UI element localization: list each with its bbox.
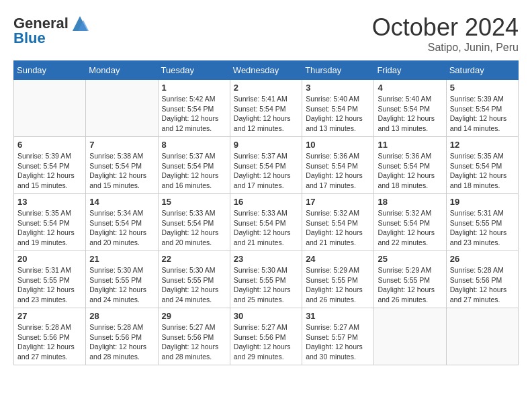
calendar-cell: 17Sunrise: 5:32 AM Sunset: 5:54 PM Dayli… [302, 194, 374, 251]
day-info: Sunrise: 5:30 AM Sunset: 5:55 PM Dayligh… [89, 265, 154, 305]
calendar-cell: 6Sunrise: 5:39 AM Sunset: 5:54 PM Daylig… [14, 137, 86, 194]
calendar-cell: 1Sunrise: 5:42 AM Sunset: 5:54 PM Daylig… [158, 80, 230, 137]
day-info: Sunrise: 5:36 AM Sunset: 5:54 PM Dayligh… [306, 151, 370, 191]
header-friday: Friday [374, 61, 446, 80]
calendar-cell [14, 80, 86, 137]
day-number: 17 [306, 197, 370, 207]
calendar-cell: 10Sunrise: 5:36 AM Sunset: 5:54 PM Dayli… [302, 137, 374, 194]
day-info: Sunrise: 5:28 AM Sunset: 5:56 PM Dayligh… [89, 322, 154, 362]
header-wednesday: Wednesday [230, 61, 302, 80]
header-sunday: Sunday [14, 61, 86, 80]
calendar-cell: 23Sunrise: 5:30 AM Sunset: 5:55 PM Dayli… [230, 251, 302, 308]
day-info: Sunrise: 5:35 AM Sunset: 5:54 PM Dayligh… [17, 208, 82, 248]
day-info: Sunrise: 5:28 AM Sunset: 5:56 PM Dayligh… [17, 322, 82, 362]
header-thursday: Thursday [302, 61, 374, 80]
page-header: General Blue October 2024 Satipo, Junin,… [13, 13, 519, 54]
month-title: October 2024 [372, 13, 519, 42]
calendar-cell: 24Sunrise: 5:29 AM Sunset: 5:55 PM Dayli… [302, 251, 374, 308]
day-number: 27 [17, 311, 82, 321]
calendar-cell [374, 308, 446, 365]
day-number: 16 [234, 197, 298, 207]
day-info: Sunrise: 5:39 AM Sunset: 5:54 PM Dayligh… [17, 151, 82, 191]
calendar-cell: 4Sunrise: 5:40 AM Sunset: 5:54 PM Daylig… [374, 80, 446, 137]
day-number: 21 [89, 254, 154, 264]
day-number: 4 [378, 83, 442, 93]
day-number: 20 [17, 254, 82, 264]
day-number: 12 [450, 140, 515, 150]
week-row-1: 1Sunrise: 5:42 AM Sunset: 5:54 PM Daylig… [14, 80, 519, 137]
calendar-cell: 14Sunrise: 5:34 AM Sunset: 5:54 PM Dayli… [86, 194, 158, 251]
calendar-table: Sunday Monday Tuesday Wednesday Thursday… [13, 60, 519, 365]
day-number: 24 [306, 254, 370, 264]
day-info: Sunrise: 5:29 AM Sunset: 5:55 PM Dayligh… [306, 265, 370, 305]
day-number: 15 [162, 197, 226, 207]
calendar-cell: 31Sunrise: 5:27 AM Sunset: 5:57 PM Dayli… [302, 308, 374, 365]
day-info: Sunrise: 5:32 AM Sunset: 5:54 PM Dayligh… [306, 208, 370, 248]
day-number: 28 [89, 311, 154, 321]
header-tuesday: Tuesday [158, 61, 230, 80]
day-number: 22 [162, 254, 226, 264]
day-info: Sunrise: 5:30 AM Sunset: 5:55 PM Dayligh… [162, 265, 226, 305]
day-info: Sunrise: 5:31 AM Sunset: 5:55 PM Dayligh… [450, 208, 515, 248]
day-number: 1 [162, 83, 226, 93]
day-info: Sunrise: 5:27 AM Sunset: 5:56 PM Dayligh… [234, 322, 298, 362]
day-info: Sunrise: 5:38 AM Sunset: 5:54 PM Dayligh… [89, 151, 154, 191]
calendar-cell: 12Sunrise: 5:35 AM Sunset: 5:54 PM Dayli… [446, 137, 518, 194]
calendar-cell: 2Sunrise: 5:41 AM Sunset: 5:54 PM Daylig… [230, 80, 302, 137]
calendar-cell: 29Sunrise: 5:27 AM Sunset: 5:56 PM Dayli… [158, 308, 230, 365]
day-number: 31 [306, 311, 370, 321]
day-number: 8 [162, 140, 226, 150]
day-number: 29 [162, 311, 226, 321]
day-info: Sunrise: 5:33 AM Sunset: 5:54 PM Dayligh… [234, 208, 298, 248]
day-number: 10 [306, 140, 370, 150]
day-info: Sunrise: 5:27 AM Sunset: 5:57 PM Dayligh… [306, 322, 370, 362]
day-info: Sunrise: 5:40 AM Sunset: 5:54 PM Dayligh… [378, 94, 442, 134]
calendar-cell: 25Sunrise: 5:29 AM Sunset: 5:55 PM Dayli… [374, 251, 446, 308]
calendar-cell: 18Sunrise: 5:32 AM Sunset: 5:54 PM Dayli… [374, 194, 446, 251]
calendar-cell: 7Sunrise: 5:38 AM Sunset: 5:54 PM Daylig… [86, 137, 158, 194]
day-info: Sunrise: 5:28 AM Sunset: 5:56 PM Dayligh… [450, 265, 515, 305]
calendar-cell: 3Sunrise: 5:40 AM Sunset: 5:54 PM Daylig… [302, 80, 374, 137]
day-number: 30 [234, 311, 298, 321]
day-info: Sunrise: 5:42 AM Sunset: 5:54 PM Dayligh… [162, 94, 226, 134]
day-info: Sunrise: 5:36 AM Sunset: 5:54 PM Dayligh… [378, 151, 442, 191]
day-info: Sunrise: 5:30 AM Sunset: 5:55 PM Dayligh… [234, 265, 298, 305]
day-number: 6 [17, 140, 82, 150]
calendar-cell: 20Sunrise: 5:31 AM Sunset: 5:55 PM Dayli… [14, 251, 86, 308]
calendar-cell [86, 80, 158, 137]
day-info: Sunrise: 5:31 AM Sunset: 5:55 PM Dayligh… [17, 265, 82, 305]
day-number: 25 [378, 254, 442, 264]
day-info: Sunrise: 5:32 AM Sunset: 5:54 PM Dayligh… [378, 208, 442, 248]
day-number: 23 [234, 254, 298, 264]
logo-text-blue: Blue [13, 30, 46, 47]
week-row-4: 20Sunrise: 5:31 AM Sunset: 5:55 PM Dayli… [14, 251, 519, 308]
calendar-cell [446, 308, 518, 365]
location-subtitle: Satipo, Junin, Peru [372, 42, 519, 54]
week-row-3: 13Sunrise: 5:35 AM Sunset: 5:54 PM Dayli… [14, 194, 519, 251]
calendar-cell: 11Sunrise: 5:36 AM Sunset: 5:54 PM Dayli… [374, 137, 446, 194]
logo: General Blue [13, 13, 90, 47]
calendar-cell: 22Sunrise: 5:30 AM Sunset: 5:55 PM Dayli… [158, 251, 230, 308]
title-block: October 2024 Satipo, Junin, Peru [372, 13, 519, 54]
day-number: 14 [89, 197, 154, 207]
day-info: Sunrise: 5:33 AM Sunset: 5:54 PM Dayligh… [162, 208, 226, 248]
calendar-cell: 9Sunrise: 5:37 AM Sunset: 5:54 PM Daylig… [230, 137, 302, 194]
day-number: 2 [234, 83, 298, 93]
day-number: 18 [378, 197, 442, 207]
day-info: Sunrise: 5:37 AM Sunset: 5:54 PM Dayligh… [162, 151, 226, 191]
calendar-cell: 16Sunrise: 5:33 AM Sunset: 5:54 PM Dayli… [230, 194, 302, 251]
day-number: 13 [17, 197, 82, 207]
calendar-cell: 27Sunrise: 5:28 AM Sunset: 5:56 PM Dayli… [14, 308, 86, 365]
day-info: Sunrise: 5:34 AM Sunset: 5:54 PM Dayligh… [89, 208, 154, 248]
calendar-cell: 26Sunrise: 5:28 AM Sunset: 5:56 PM Dayli… [446, 251, 518, 308]
day-number: 7 [89, 140, 154, 150]
day-info: Sunrise: 5:37 AM Sunset: 5:54 PM Dayligh… [234, 151, 298, 191]
calendar-header-row: Sunday Monday Tuesday Wednesday Thursday… [14, 61, 519, 80]
header-saturday: Saturday [446, 61, 518, 80]
day-info: Sunrise: 5:35 AM Sunset: 5:54 PM Dayligh… [450, 151, 515, 191]
calendar-cell: 30Sunrise: 5:27 AM Sunset: 5:56 PM Dayli… [230, 308, 302, 365]
day-info: Sunrise: 5:39 AM Sunset: 5:54 PM Dayligh… [450, 94, 515, 134]
day-number: 9 [234, 140, 298, 150]
calendar-cell: 21Sunrise: 5:30 AM Sunset: 5:55 PM Dayli… [86, 251, 158, 308]
day-number: 19 [450, 197, 515, 207]
